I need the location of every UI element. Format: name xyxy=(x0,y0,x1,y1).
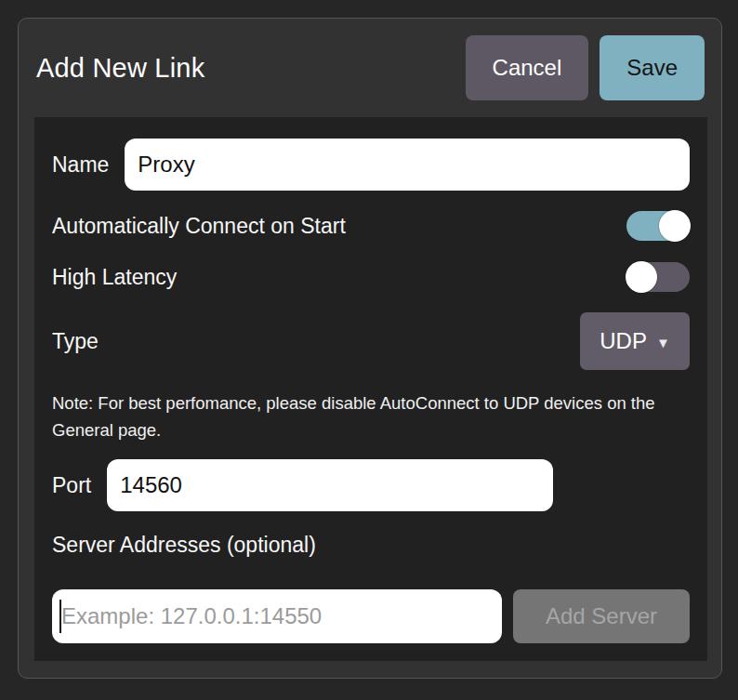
port-label: Port xyxy=(52,473,91,498)
port-row: Port xyxy=(52,459,690,511)
high-latency-toggle[interactable] xyxy=(626,262,690,292)
toggle-knob xyxy=(659,210,691,242)
page-title: Add New Link xyxy=(36,53,466,84)
name-input[interactable] xyxy=(125,139,690,191)
add-new-link-dialog: Add New Link Cancel Save Name Automatica… xyxy=(18,18,722,679)
name-row: Name xyxy=(52,139,690,191)
type-dropdown[interactable]: UDP ▼ xyxy=(580,312,690,370)
auto-connect-toggle[interactable] xyxy=(626,211,690,241)
dialog-header: Add New Link Cancel Save xyxy=(19,19,721,117)
server-address-input[interactable] xyxy=(52,589,502,643)
text-cursor xyxy=(59,600,61,633)
udp-note-text: Note: For best perfomance, please disabl… xyxy=(52,390,690,443)
name-label: Name xyxy=(52,152,109,178)
server-address-row: Add Server xyxy=(52,589,690,643)
server-address-input-wrap xyxy=(52,589,502,643)
auto-connect-row: Automatically Connect on Start xyxy=(52,210,690,242)
cancel-button[interactable]: Cancel xyxy=(466,35,589,100)
server-addresses-label: Server Addresses (optional) xyxy=(52,530,690,560)
type-dropdown-value: UDP xyxy=(600,328,647,354)
save-button[interactable]: Save xyxy=(600,35,705,100)
high-latency-label: High Latency xyxy=(52,265,177,290)
high-latency-row: High Latency xyxy=(52,261,690,293)
type-label: Type xyxy=(52,329,99,354)
add-server-button[interactable]: Add Server xyxy=(513,589,690,643)
chevron-down-icon: ▼ xyxy=(656,332,670,350)
auto-connect-label: Automatically Connect on Start xyxy=(52,214,346,239)
form-panel: Name Automatically Connect on Start High… xyxy=(34,117,707,661)
type-row: Type UDP ▼ xyxy=(52,312,690,370)
toggle-knob xyxy=(626,261,657,293)
port-input[interactable] xyxy=(107,459,553,511)
